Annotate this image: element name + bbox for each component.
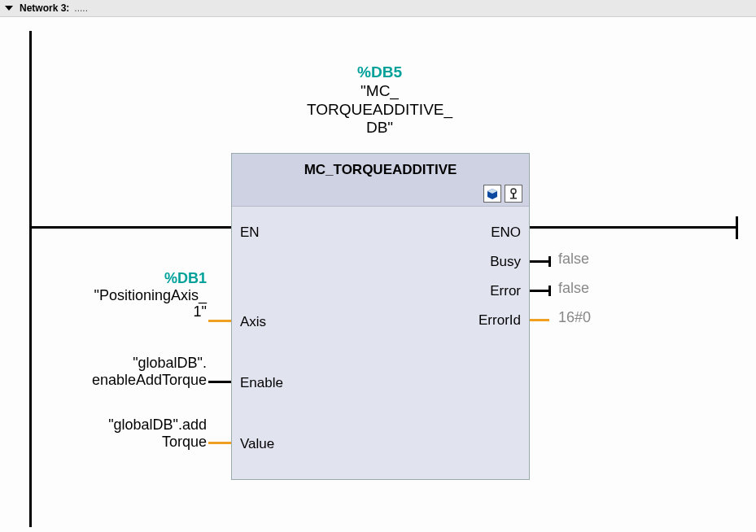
operand-value-name-l1: "globalDB".add (20, 416, 207, 434)
wire-axis (208, 320, 231, 322)
value-errorid[interactable]: 16#0 (558, 309, 591, 326)
diagnostics-icon[interactable] (505, 185, 522, 203)
function-block-header: MC_TORQUEADDITIVE (232, 154, 529, 207)
port-en[interactable]: EN (240, 225, 260, 241)
operand-value[interactable]: "globalDB".add Torque (20, 416, 207, 450)
operand-axis-name-l1: "PositioningAxis_ (20, 287, 207, 304)
network-header[interactable]: Network 3: ..... (0, 0, 756, 17)
rung-wire-right (528, 226, 738, 229)
operand-axis-name-l2: 1" (20, 303, 207, 321)
svg-rect-2 (510, 198, 517, 199)
instance-db-name-line1: "MC_ (231, 82, 528, 101)
svg-rect-1 (513, 193, 514, 198)
instance-db-address: %DB5 (231, 63, 528, 82)
rung-wire-left (29, 226, 231, 229)
function-block[interactable]: MC_TORQUEADDITIVE EN Axis Enable Value E… (231, 153, 530, 480)
port-error[interactable]: Error (490, 283, 521, 299)
wire-value (208, 442, 231, 444)
open-db-icon[interactable] (483, 185, 501, 203)
network-title: Network 3: (20, 2, 69, 14)
collapse-toggle-icon[interactable] (5, 6, 13, 11)
instance-db-name-line3: DB" (231, 119, 528, 137)
wire-error (530, 290, 549, 292)
instance-db-label[interactable]: %DB5 "MC_ TORQUEADDITIVE_ DB" (231, 63, 528, 137)
wire-errorid (530, 319, 549, 321)
network-subtitle: ..... (74, 2, 88, 14)
function-block-name: MC_TORQUEADDITIVE (232, 154, 529, 178)
operand-enable-name-l2: enableAddTorque (20, 372, 207, 389)
port-busy[interactable]: Busy (490, 254, 521, 270)
operand-enable[interactable]: "globalDB". enableAddTorque (20, 355, 207, 388)
port-axis[interactable]: Axis (240, 314, 266, 330)
function-block-body: EN Axis Enable Value ENO Busy Error Erro… (232, 207, 529, 479)
port-value[interactable]: Value (240, 436, 274, 452)
value-busy[interactable]: false (558, 251, 589, 268)
operand-axis-address: %DB1 (20, 270, 207, 287)
wire-busy (530, 260, 549, 263)
operand-enable-name-l1: "globalDB". (20, 355, 207, 372)
operand-value-name-l2: Torque (20, 434, 207, 451)
wire-enable (208, 381, 231, 383)
rung-end-cap (736, 216, 738, 239)
instance-db-name-line2: TORQUEADDITIVE_ (231, 101, 528, 120)
operand-axis[interactable]: %DB1 "PositioningAxis_ 1" (20, 270, 207, 321)
plc-ladder-canvas: { "network": { "title": "Network 3:", "s… (0, 0, 756, 532)
value-error[interactable]: false (558, 280, 589, 297)
port-eno[interactable]: ENO (491, 225, 521, 241)
port-enable[interactable]: Enable (240, 375, 283, 391)
port-errorid[interactable]: ErrorId (479, 312, 521, 329)
